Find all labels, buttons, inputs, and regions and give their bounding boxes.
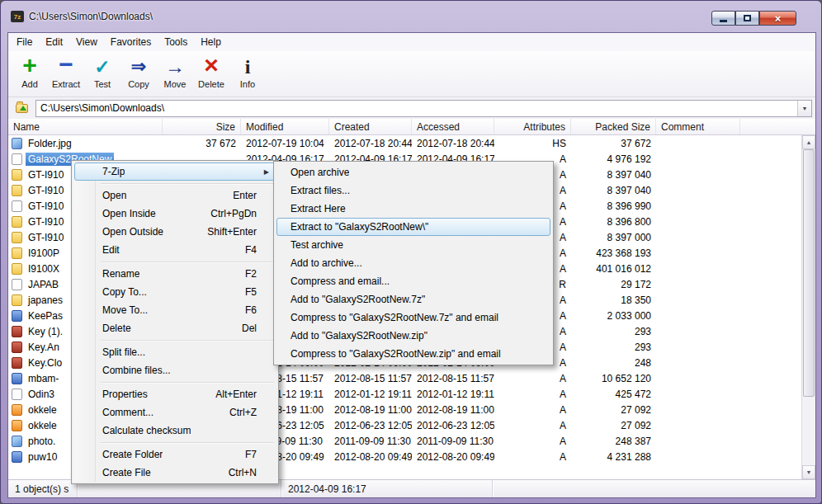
file-name-cell: Folder.jpg <box>8 137 163 150</box>
menu-item-label: 7-Zip <box>102 166 125 177</box>
scroll-up-button[interactable]: ▲ <box>802 135 815 149</box>
menu-item-shortcut: Shift+Enter <box>207 226 267 238</box>
file-cell: HS <box>494 138 571 149</box>
menubar-item-edit[interactable]: Edit <box>39 34 69 50</box>
address-input[interactable] <box>36 101 797 116</box>
submenu-item-extract-to-galaxys2rootnew[interactable]: Extract to "GalaxyS2RootNew\" <box>276 218 550 236</box>
move-button[interactable]: Move <box>157 54 193 89</box>
context-menu-item-7-zip[interactable]: 7-Zip▶ <box>74 163 276 181</box>
menubar-item-favorites[interactable]: Favorites <box>104 34 158 50</box>
file-name: Key.Clo <box>26 356 64 370</box>
file-name: okkele <box>26 403 59 417</box>
file-cell: 293 <box>571 326 656 337</box>
column-header-attributes[interactable]: Attributes <box>494 119 571 134</box>
file-name: japanes <box>26 294 65 307</box>
file-cell: 8 397 040 <box>571 185 656 196</box>
context-menu-item-open-outside[interactable]: Open OutsideShift+Enter <box>74 223 276 241</box>
minimize-button[interactable] <box>711 11 735 26</box>
submenu-item-extract-files[interactable]: Extract files... <box>276 181 550 200</box>
column-header-packed-size[interactable]: Packed Size <box>571 119 656 134</box>
toolbar-button-label: Add <box>21 79 38 89</box>
context-menu-item-combine-files[interactable]: Combine files... <box>74 361 276 379</box>
info-button[interactable]: Info <box>229 54 266 89</box>
context-menu-item-delete[interactable]: DeleteDel <box>74 319 276 337</box>
column-header-created[interactable]: Created <box>329 119 412 134</box>
add-button[interactable]: Add <box>12 54 48 89</box>
context-menu-item-copy-to[interactable]: Copy To...F5 <box>74 283 276 301</box>
context-menu-item-rename[interactable]: RenameF2 <box>74 265 276 283</box>
column-header-name[interactable]: Name <box>8 119 163 134</box>
context-menu-item-move-to[interactable]: Move To...F6 <box>74 301 276 319</box>
close-button[interactable]: × <box>759 11 796 26</box>
submenu-item-open-archive[interactable]: Open archive <box>276 163 550 181</box>
menubar-item-help[interactable]: Help <box>194 34 228 50</box>
context-menu-item-comment[interactable]: Comment...Ctrl+Z <box>74 403 276 422</box>
menu-item-label: Move To... <box>102 304 148 316</box>
file-row[interactable]: Folder.jpg37 6722012-07-19 10:042012-07-… <box>8 135 801 151</box>
submenu-item-extract-here[interactable]: Extract Here <box>276 200 550 218</box>
address-dropdown-button[interactable]: ▼ <box>797 101 811 116</box>
submenu-item-test-archive[interactable]: Test archive <box>276 236 550 254</box>
file-cell: A <box>494 373 571 384</box>
address-combo: ▼ <box>35 100 812 117</box>
toolbar-button-label: Move <box>164 79 187 89</box>
toolbar-button-label: Info <box>240 79 255 89</box>
column-header-comment[interactable]: Comment <box>656 119 740 134</box>
column-header-accessed[interactable]: Accessed <box>412 119 494 134</box>
scroll-down-button[interactable]: ▼ <box>802 465 815 479</box>
file-name: GT-I910 <box>26 200 66 213</box>
menu-item-shortcut: Alt+Enter <box>215 389 267 400</box>
titlebar[interactable]: C:\Users\Simon\Downloads\ × <box>1 1 821 32</box>
menubar-item-tools[interactable]: Tools <box>158 34 194 50</box>
submenu-item-compress-to-galaxys2rootnew-zip-and-email[interactable]: Compress to "GalaxyS2RootNew.zip" and em… <box>276 345 550 363</box>
file-cell: 2011-09-09 11:30 <box>412 436 494 447</box>
submenu-item-add-to-galaxys2rootnew-7z[interactable]: Add to "GalaxyS2RootNew.7z" <box>276 290 550 309</box>
context-menu-item-calculate-checksum[interactable]: Calculate checksum <box>74 422 276 440</box>
move-arrow-icon <box>161 55 189 78</box>
parent-folder-button[interactable] <box>12 100 31 116</box>
context-menu-item-split-file[interactable]: Split file... <box>74 343 276 361</box>
file-name: Key (1). <box>26 325 65 338</box>
key-file-icon <box>12 357 22 369</box>
context-menu-item-open[interactable]: OpenEnter <box>74 186 276 205</box>
delete-button[interactable]: Delete <box>193 54 229 89</box>
scrollbar-thumb[interactable] <box>803 149 815 397</box>
submenu-item-add-to-archive[interactable]: Add to archive... <box>276 254 550 272</box>
menubar-item-file[interactable]: File <box>10 34 39 50</box>
key-file-icon <box>12 341 22 353</box>
zip-file-icon <box>12 294 22 306</box>
submenu-item-compress-and-email[interactable]: Compress and email... <box>276 272 550 290</box>
context-menu-item-properties[interactable]: PropertiesAlt+Enter <box>74 385 276 403</box>
column-header-size[interactable]: Size <box>163 119 241 134</box>
context-menu-item-edit[interactable]: EditF4 <box>74 241 276 259</box>
maximize-button[interactable] <box>735 11 759 26</box>
submenu-item-add-to-galaxys2rootnew-zip[interactable]: Add to "GalaxyS2RootNew.zip" <box>276 327 550 345</box>
file-name: puw10 <box>26 450 59 464</box>
menu-item-label: Rename <box>102 268 139 280</box>
extract-button[interactable]: Extract <box>48 54 84 89</box>
app-blue-file-icon <box>12 373 22 384</box>
extract-minus-icon <box>52 55 80 78</box>
context-menu-item-create-folder[interactable]: Create FolderF7 <box>74 445 276 464</box>
doc-file-icon <box>12 200 22 212</box>
file-cell: 27 092 <box>571 404 656 416</box>
column-header-modified[interactable]: Modified <box>241 119 329 134</box>
file-cell: 2012-06-23 12:05 <box>329 420 412 431</box>
vertical-scrollbar[interactable]: ▲ ▼ <box>801 135 815 479</box>
copy-button[interactable]: Copy <box>120 54 157 89</box>
submenu-item-compress-to-galaxys2rootnew-7z-and-email[interactable]: Compress to "GalaxyS2RootNew.7z" and ema… <box>276 309 550 327</box>
context-menu-item-create-file[interactable]: Create FileCtrl+N <box>74 464 276 482</box>
menubar-item-view[interactable]: View <box>69 34 104 50</box>
context-menu-separator <box>101 183 274 184</box>
menu-item-label: Combine files... <box>102 365 171 376</box>
file-cell: 248 <box>571 357 656 369</box>
menu-item-label: Compress to "GalaxyS2RootNew.zip" and em… <box>291 348 501 360</box>
test-button[interactable]: Test <box>84 54 120 89</box>
doc-file-icon <box>12 279 22 290</box>
file-cell: A <box>494 404 571 416</box>
menu-item-shortcut: F4 <box>245 244 267 256</box>
context-menu-item-open-inside[interactable]: Open InsideCtrl+PgDn <box>74 205 276 223</box>
file-cell: 37 672 <box>571 138 656 149</box>
file-cell: 2012-07-18 20:44 <box>329 138 412 149</box>
menu-item-shortcut: F6 <box>245 304 267 316</box>
